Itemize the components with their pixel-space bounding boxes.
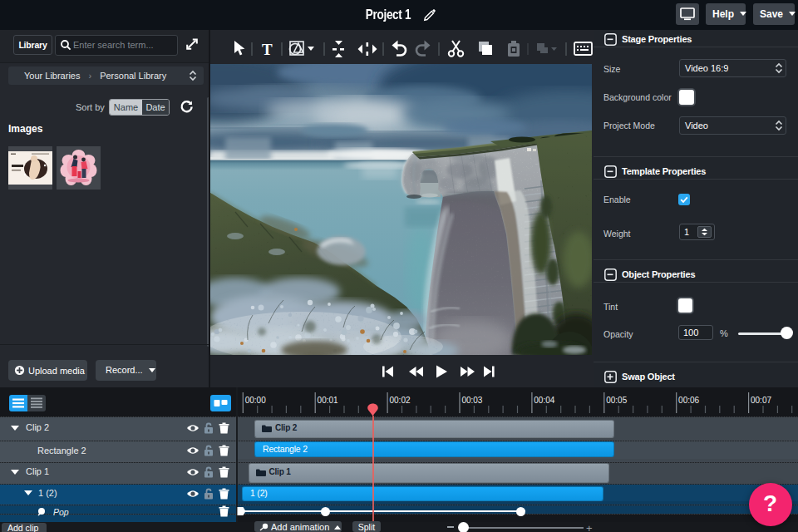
svg-text:T: T [262, 41, 273, 58]
svg-text:00:06: 00:06 [678, 396, 699, 405]
svg-text:00:05: 00:05 [606, 396, 627, 405]
svg-text:00:03: 00:03 [461, 396, 482, 405]
svg-text:00:04: 00:04 [534, 396, 554, 405]
svg-text:00:00: 00:00 [245, 396, 266, 405]
svg-text:00:02: 00:02 [390, 396, 411, 405]
svg-text:00:07: 00:07 [751, 396, 771, 405]
svg-text:00:01: 00:01 [318, 396, 338, 405]
